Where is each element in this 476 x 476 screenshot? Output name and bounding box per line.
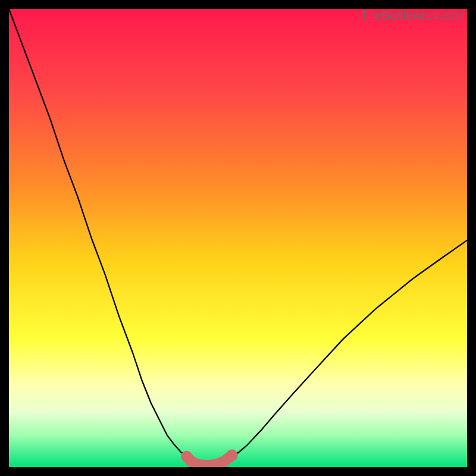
- chart-frame: TheBottleneck.com: [0, 0, 476, 476]
- svg-rect-0: [9, 9, 467, 467]
- background-gradient: [9, 9, 467, 467]
- plot-area: TheBottleneck.com: [9, 9, 467, 467]
